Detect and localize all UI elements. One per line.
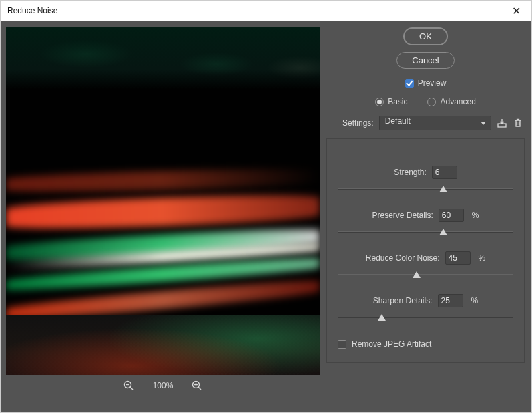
preview-checkbox[interactable] bbox=[405, 79, 414, 88]
sharpen-thumb[interactable] bbox=[378, 314, 386, 321]
radio-basic-indicator bbox=[375, 98, 384, 106]
remove-jpeg-row[interactable]: Remove JPEG Artifact bbox=[338, 339, 431, 349]
sharpen-pct: % bbox=[471, 296, 479, 305]
controls-column: OK Cancel Preview Basic Advanced Setting… bbox=[326, 27, 525, 406]
ok-button[interactable]: OK bbox=[403, 27, 448, 45]
remove-jpeg-checkbox[interactable] bbox=[338, 340, 346, 349]
preserve-thumb[interactable] bbox=[439, 229, 447, 235]
preserve-input[interactable] bbox=[439, 209, 464, 222]
strength-slider[interactable] bbox=[338, 184, 513, 194]
strength-thumb[interactable] bbox=[439, 186, 447, 192]
remove-jpeg-label: Remove JPEG Artifact bbox=[352, 339, 431, 349]
preview-toggle[interactable]: Preview bbox=[405, 78, 447, 88]
settings-select-wrap[interactable]: Default bbox=[379, 116, 491, 130]
preview-column: 100% bbox=[6, 27, 320, 406]
sharpen-slider[interactable] bbox=[338, 313, 513, 322]
color-noise-input[interactable] bbox=[445, 251, 471, 265]
zoom-out-icon[interactable] bbox=[123, 380, 134, 391]
window-title: Reduce Noise bbox=[7, 6, 57, 15]
close-icon[interactable]: ✕ bbox=[508, 5, 525, 17]
strength-block: Strength: bbox=[338, 166, 513, 194]
preserve-label: Preserve Details: bbox=[372, 211, 433, 220]
settings-label: Settings: bbox=[342, 118, 374, 128]
trash-icon[interactable] bbox=[513, 118, 523, 128]
color-noise-slider[interactable] bbox=[338, 270, 513, 279]
svg-line-4 bbox=[198, 387, 201, 390]
cancel-button[interactable]: Cancel bbox=[396, 52, 454, 69]
preserve-block: Preserve Details: % bbox=[338, 209, 513, 237]
zoom-in-icon[interactable] bbox=[192, 380, 202, 391]
save-preset-icon[interactable] bbox=[497, 118, 507, 128]
zoom-bar: 100% bbox=[123, 380, 203, 391]
settings-row: Settings: Default bbox=[326, 116, 525, 134]
reduce-noise-dialog: Reduce Noise ✕ 100% bbox=[0, 0, 532, 413]
svg-line-1 bbox=[130, 387, 133, 390]
preview-image[interactable] bbox=[6, 27, 320, 375]
titlebar: Reduce Noise ✕ bbox=[1, 1, 531, 21]
sharpen-input[interactable] bbox=[438, 294, 463, 307]
sharpen-block: Sharpen Details: % bbox=[338, 294, 513, 322]
preview-label: Preview bbox=[418, 78, 447, 88]
color-noise-label: Reduce Color Noise: bbox=[366, 253, 440, 263]
mode-advanced[interactable]: Advanced bbox=[427, 97, 475, 106]
preserve-slider[interactable] bbox=[338, 227, 513, 237]
strength-input[interactable] bbox=[432, 166, 457, 179]
mode-radio-group: Basic Advanced bbox=[375, 97, 476, 106]
color-noise-pct: % bbox=[479, 253, 486, 263]
settings-select[interactable]: Default bbox=[379, 116, 491, 130]
color-noise-block: Reduce Color Noise: % bbox=[338, 251, 513, 279]
strength-label: Strength: bbox=[394, 168, 427, 177]
dialog-body: 100% OK Cancel Preview Basic bbox=[1, 21, 531, 412]
radio-advanced-indicator bbox=[427, 98, 436, 106]
noise-panel: Strength: Preserve Details: % bbox=[326, 138, 525, 363]
mode-basic[interactable]: Basic bbox=[375, 97, 407, 106]
radio-advanced-label: Advanced bbox=[440, 97, 475, 106]
sharpen-label: Sharpen Details: bbox=[373, 296, 433, 305]
preserve-pct: % bbox=[472, 211, 479, 220]
zoom-level: 100% bbox=[153, 381, 174, 390]
color-noise-thumb[interactable] bbox=[413, 271, 421, 278]
radio-basic-label: Basic bbox=[388, 97, 407, 106]
